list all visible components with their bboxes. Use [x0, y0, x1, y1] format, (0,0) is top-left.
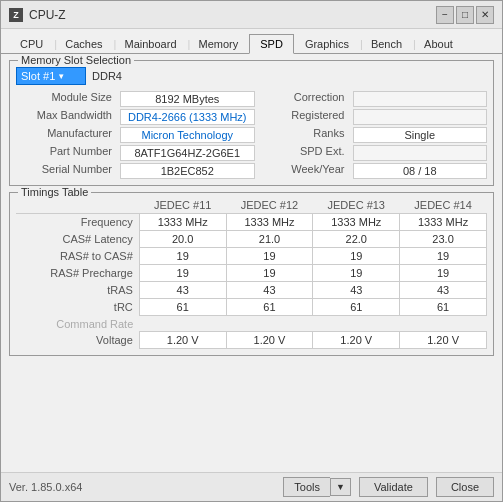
timing-cell [139, 316, 226, 332]
window-title: CPU-Z [29, 8, 436, 22]
timing-cell: 19 [226, 248, 313, 265]
slot-type: DDR4 [92, 70, 122, 82]
timings-header-jedec13: JEDEC #13 [313, 197, 400, 214]
timing-cell: 61 [313, 299, 400, 316]
timing-cell: 19 [313, 265, 400, 282]
tools-dropdown-button[interactable]: ▼ [330, 478, 351, 496]
timing-row-label: tRAS [16, 282, 139, 299]
ranks-value: Single [353, 127, 488, 143]
tools-button[interactable]: Tools [283, 477, 330, 497]
tab-memory[interactable]: Memory [188, 34, 250, 54]
timing-cell [313, 316, 400, 332]
timing-cell: 1.20 V [226, 332, 313, 349]
timing-cell [400, 316, 487, 332]
correction-label: Correction [259, 91, 349, 107]
timings-header-row: JEDEC #11 JEDEC #12 JEDEC #13 JEDEC #14 [16, 197, 487, 214]
timing-row: tRC61616161 [16, 299, 487, 316]
timing-cell: 43 [226, 282, 313, 299]
registered-value [353, 109, 488, 125]
tab-spd[interactable]: SPD [249, 34, 294, 54]
tools-group: Tools ▼ [283, 477, 351, 497]
timing-cell: 43 [400, 282, 487, 299]
slot-selector[interactable]: Slot #1 ▼ [16, 67, 86, 85]
timing-row: RAS# Precharge19191919 [16, 265, 487, 282]
timings-header-jedec12: JEDEC #12 [226, 197, 313, 214]
tab-cpu[interactable]: CPU [9, 34, 54, 54]
timings-title: Timings Table [18, 186, 91, 198]
timings-header-jedec11: JEDEC #11 [139, 197, 226, 214]
nav-tabs: CPU Caches Mainboard Memory SPD Graphics… [1, 29, 502, 54]
timings-header-jedec14: JEDEC #14 [400, 197, 487, 214]
validate-button[interactable]: Validate [359, 477, 428, 497]
timing-row: Frequency1333 MHz1333 MHz1333 MHz1333 MH… [16, 214, 487, 231]
timing-cell: 19 [226, 265, 313, 282]
timing-cell: 19 [400, 265, 487, 282]
timings-header-empty [16, 197, 139, 214]
timing-cell: 61 [226, 299, 313, 316]
timing-row: CAS# Latency20.021.022.023.0 [16, 231, 487, 248]
tab-caches[interactable]: Caches [54, 34, 113, 54]
timing-row-label: Frequency [16, 214, 139, 231]
part-number-label: Part Number [16, 145, 116, 161]
max-bandwidth-value: DDR4-2666 (1333 MHz) [120, 109, 255, 125]
version-text: Ver. 1.85.0.x64 [9, 481, 275, 493]
serial-number-label: Serial Number [16, 163, 116, 179]
maximize-button[interactable]: □ [456, 6, 474, 24]
week-year-label: Week/Year [259, 163, 349, 179]
timing-cell: 19 [139, 265, 226, 282]
part-number-value: 8ATF1G64HZ-2G6E1 [120, 145, 255, 161]
tab-about[interactable]: About [413, 34, 464, 54]
info-grid: Module Size 8192 MBytes Correction Max B… [16, 91, 487, 179]
tab-mainboard[interactable]: Mainboard [114, 34, 188, 54]
spd-ext-label: SPD Ext. [259, 145, 349, 161]
minimize-button[interactable]: − [436, 6, 454, 24]
max-bandwidth-label: Max Bandwidth [16, 109, 116, 125]
timing-cell: 23.0 [400, 231, 487, 248]
timing-cell: 1333 MHz [400, 214, 487, 231]
timing-row: RAS# to CAS#19191919 [16, 248, 487, 265]
title-bar: Z CPU-Z − □ ✕ [1, 1, 502, 29]
footer: Ver. 1.85.0.x64 Tools ▼ Validate Close [1, 472, 502, 501]
module-size-value: 8192 MBytes [120, 91, 255, 107]
timing-row-label: CAS# Latency [16, 231, 139, 248]
timing-row-label: RAS# to CAS# [16, 248, 139, 265]
main-content: Memory Slot Selection Slot #1 ▼ DDR4 Mod… [1, 54, 502, 472]
ranks-label: Ranks [259, 127, 349, 143]
timing-row: tRAS43434343 [16, 282, 487, 299]
tab-bench[interactable]: Bench [360, 34, 413, 54]
timing-cell: 61 [139, 299, 226, 316]
timing-cell [226, 316, 313, 332]
timing-cell: 19 [400, 248, 487, 265]
timing-cell: 1333 MHz [139, 214, 226, 231]
window-controls: − □ ✕ [436, 6, 494, 24]
timing-cell: 1.20 V [139, 332, 226, 349]
registered-label: Registered [259, 109, 349, 125]
timing-row-label: RAS# Precharge [16, 265, 139, 282]
timing-cell: 1333 MHz [226, 214, 313, 231]
spd-ext-value [353, 145, 488, 161]
close-button[interactable]: ✕ [476, 6, 494, 24]
timing-row-label: Command Rate [16, 316, 139, 332]
timing-cell: 43 [139, 282, 226, 299]
timing-row: Voltage1.20 V1.20 V1.20 V1.20 V [16, 332, 487, 349]
timing-cell: 22.0 [313, 231, 400, 248]
timing-cell: 20.0 [139, 231, 226, 248]
close-footer-button[interactable]: Close [436, 477, 494, 497]
module-size-label: Module Size [16, 91, 116, 107]
timing-row-label: tRC [16, 299, 139, 316]
timing-cell: 19 [313, 248, 400, 265]
timing-cell: 19 [139, 248, 226, 265]
serial-number-value: 1B2EC852 [120, 163, 255, 179]
week-year-value: 08 / 18 [353, 163, 488, 179]
main-window: Z CPU-Z − □ ✕ CPU Caches Mainboard Memor… [0, 0, 503, 502]
correction-value [353, 91, 488, 107]
memory-slot-title: Memory Slot Selection [18, 54, 134, 66]
timing-cell: 43 [313, 282, 400, 299]
memory-slot-group: Memory Slot Selection Slot #1 ▼ DDR4 Mod… [9, 60, 494, 186]
timings-table: JEDEC #11 JEDEC #12 JEDEC #13 JEDEC #14 … [16, 197, 487, 349]
timing-row-label: Voltage [16, 332, 139, 349]
timing-cell: 61 [400, 299, 487, 316]
timing-cell: 21.0 [226, 231, 313, 248]
tab-graphics[interactable]: Graphics [294, 34, 360, 54]
timing-cell: 1333 MHz [313, 214, 400, 231]
